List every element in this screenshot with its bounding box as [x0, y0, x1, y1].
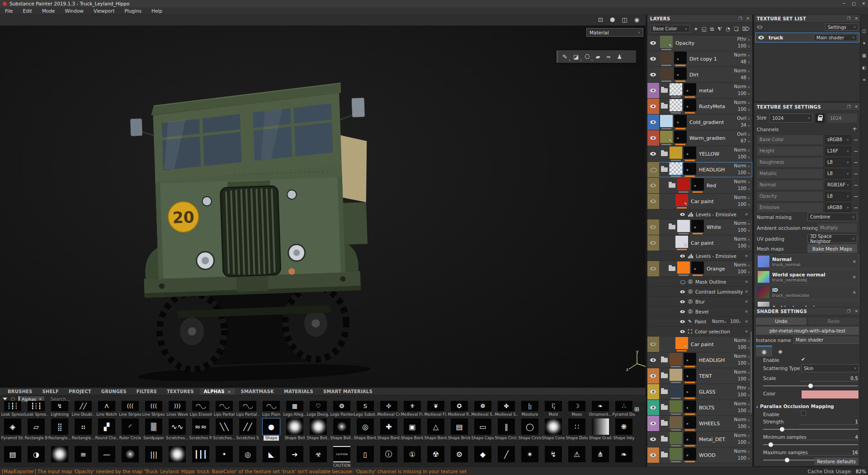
blend-mode-dropdown[interactable]: Pthr∨: [725, 36, 750, 43]
layer-row[interactable]: ✎Car paintNorm∨100∨: [647, 194, 752, 209]
scattering-type-dropdown[interactable]: Skin ∨: [801, 364, 859, 372]
eye-icon[interactable]: [680, 299, 686, 304]
alpha-item[interactable]: ┆┇┆Leak Spread: [1, 401, 24, 417]
delete-layer-icon[interactable]: ⌦: [742, 26, 750, 32]
menu-edit[interactable]: Edit: [18, 8, 37, 14]
shelf-tab-smart-materials[interactable]: SMART MATERIALS: [319, 389, 377, 394]
layer-row[interactable]: HEADLIGHTS emissNorm∨100∨: [647, 162, 752, 178]
eye-icon[interactable]: [680, 289, 686, 294]
eye-icon[interactable]: [650, 388, 657, 395]
alpha-item[interactable]: ◣: [259, 446, 283, 467]
shader-name-button[interactable]: pbr-metal-rough-with-alpha-test: [756, 327, 859, 335]
panel-float-icon[interactable]: ❐: [847, 309, 850, 314]
split-view-icon[interactable]: ◫: [622, 16, 627, 23]
opacity-dropdown[interactable]: 100∨: [725, 227, 750, 234]
maximize-button[interactable]: □: [852, 1, 856, 6]
blend-mode-dropdown[interactable]: Norm∨: [725, 369, 750, 376]
eye-icon[interactable]: [758, 34, 765, 41]
layer-row[interactable]: WOODNorm∨100∨: [647, 447, 752, 463]
mesh-map-item[interactable]: Normaltruck_normal✕: [755, 254, 859, 269]
remove-mesh-map-icon[interactable]: ✕: [853, 290, 856, 295]
layer-row[interactable]: YELLOWNorm∨100∨: [647, 146, 752, 162]
dock-display-icon[interactable]: ◫: [862, 28, 866, 33]
blend-mode-dropdown[interactable]: Norm∨: [725, 179, 750, 185]
blend-mode-dropdown[interactable]: Norm∨: [725, 220, 750, 227]
panel-float-icon[interactable]: ❐: [847, 104, 850, 109]
panel-float-icon[interactable]: ❐: [738, 16, 742, 21]
eye-icon[interactable]: [680, 253, 686, 259]
alpha-item[interactable]: ⠶Rectangle...: [71, 418, 95, 441]
opacity-dropdown[interactable]: 48∨: [725, 59, 750, 66]
eye-icon[interactable]: [650, 420, 657, 427]
alpha-item[interactable]: ☣: [307, 446, 330, 467]
alpha-item[interactable]: •: [212, 446, 236, 467]
min-samples-value[interactable]: 4: [799, 434, 858, 440]
size-lock-button[interactable]: [816, 114, 825, 123]
instance-name-field[interactable]: Main shader: [793, 336, 859, 344]
eye-icon[interactable]: [650, 356, 657, 364]
alpha-item[interactable]: ⚜Medieval Fl...: [401, 401, 424, 417]
alpha-item[interactable]: Shape Bell...: [330, 418, 354, 441]
alpha-item[interactable]: ◑: [24, 446, 48, 467]
blend-mode-dropdown[interactable]: Pthr∨: [725, 385, 750, 392]
alpha-item[interactable]: ▤: [1, 446, 24, 467]
eye-icon[interactable]: [650, 182, 657, 189]
alpha-item[interactable]: ➔: [283, 446, 307, 467]
channel-name-field[interactable]: Metallic: [757, 169, 823, 178]
effect-opacity[interactable]: 100∨: [730, 319, 741, 324]
opacity-dropdown[interactable]: 100∨: [725, 344, 750, 351]
blend-mode-dropdown[interactable]: Norm∨: [725, 147, 750, 154]
shelf-tab-shelf[interactable]: SHELF: [38, 389, 63, 394]
opacity-dropdown[interactable]: 48∨: [725, 75, 750, 81]
clone-tool-icon[interactable]: ♟: [617, 53, 622, 60]
eye-icon[interactable]: [650, 103, 657, 110]
alpha-item[interactable]: ↯Lightning: [48, 401, 71, 417]
alpha-item[interactable]: [48, 446, 71, 467]
opacity-dropdown[interactable]: 100∨: [725, 201, 750, 208]
add-layer-icon[interactable]: ⧉: [710, 26, 714, 32]
opacity-dropdown[interactable]: 100∨: [725, 408, 750, 414]
channel-format-dropdown[interactable]: sRGB8∨: [825, 135, 851, 144]
alpha-item[interactable]: Shape Bell: [283, 418, 307, 441]
channel-format-dropdown[interactable]: L8∨: [825, 158, 851, 167]
alpha-item[interactable]: ⢯Mold: [542, 401, 565, 417]
remove-effect-icon[interactable]: ✕: [745, 309, 748, 314]
alpha-item[interactable]: (((Line Stripes: [118, 401, 142, 417]
menu-help[interactable]: Help: [146, 8, 167, 14]
eye-icon[interactable]: [650, 55, 657, 62]
alpha-item[interactable]: ◯Shape Circle...: [518, 418, 542, 441]
shelf-tab-brushes[interactable]: BRUSHES: [4, 389, 36, 394]
layer-row[interactable]: GLASSPthr∨100∨: [647, 384, 752, 400]
layer-row[interactable]: ✎Warm_gradientOvrl∨67∨: [647, 130, 752, 146]
projection-tool-icon[interactable]: ⎔∨: [585, 53, 590, 60]
blend-mode-dropdown[interactable]: Norm∨: [725, 52, 750, 59]
alpha-item[interactable]: ╲╲Scratches...: [212, 418, 236, 441]
blend-mode-dropdown[interactable]: Ovrl∨: [725, 131, 750, 138]
alpha-item[interactable]: ❁Medieval S...: [471, 401, 495, 417]
menu-mode[interactable]: Mode: [37, 8, 60, 14]
alpha-item[interactable]: Shape Grad...: [589, 418, 612, 441]
layer-row[interactable]: OrangeNorm∨100∨: [647, 261, 752, 277]
layer-row[interactable]: ✎Car paintNorm∨100∨: [647, 337, 752, 352]
panel-close-icon[interactable]: ✕: [854, 104, 858, 109]
shelf-tab-grunges[interactable]: GRUNGES: [97, 389, 131, 394]
effect-blend-mode[interactable]: Norm∨: [712, 319, 726, 324]
camera-icon[interactable]: ◉: [634, 16, 639, 23]
layer-row[interactable]: metalNorm∨100∨: [647, 83, 752, 99]
channel-name-field[interactable]: Base Color: [757, 135, 823, 144]
eye-icon[interactable]: [680, 328, 686, 334]
opacity-dropdown[interactable]: 100∨: [725, 106, 750, 113]
eye-icon[interactable]: [650, 404, 657, 411]
min-samples-slider[interactable]: [763, 444, 858, 445]
alpha-item[interactable]: △Shape Bord...: [424, 418, 448, 441]
menu-plugins[interactable]: Plugins: [119, 8, 146, 14]
minimize-button[interactable]: ─: [843, 1, 845, 6]
alpha-item[interactable]: ✪Medieval R...: [448, 401, 471, 417]
layer-row[interactable]: DirtNorm∨48∨: [647, 67, 752, 83]
remove-mesh-map-icon[interactable]: ✕: [853, 305, 856, 307]
blend-mode-dropdown[interactable]: Norm∨: [725, 417, 750, 423]
slider-knob[interactable]: [785, 458, 789, 462]
eye-icon[interactable]: [650, 341, 657, 348]
alpha-item[interactable]: ◠◡Lips Partial: [212, 401, 236, 417]
polygon-fill-tool-icon[interactable]: ▰: [596, 53, 600, 60]
